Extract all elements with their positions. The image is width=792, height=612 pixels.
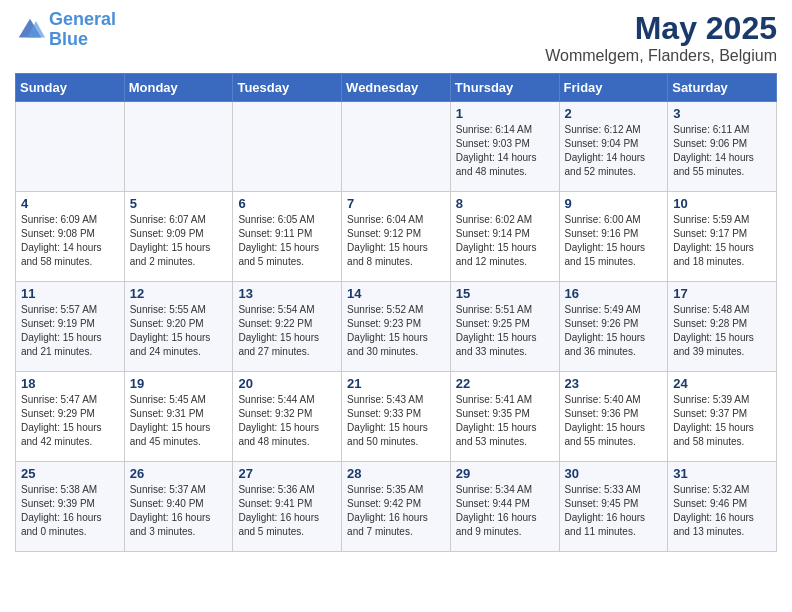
week-row-1: 1Sunrise: 6:14 AMSunset: 9:03 PMDaylight… [16, 102, 777, 192]
day-cell-19: 19Sunrise: 5:45 AMSunset: 9:31 PMDayligh… [124, 372, 233, 462]
weekday-header-wednesday: Wednesday [342, 74, 451, 102]
day-number: 7 [347, 196, 445, 211]
week-row-3: 11Sunrise: 5:57 AMSunset: 9:19 PMDayligh… [16, 282, 777, 372]
calendar-table: SundayMondayTuesdayWednesdayThursdayFrid… [15, 73, 777, 552]
day-number: 27 [238, 466, 336, 481]
day-cell-3: 3Sunrise: 6:11 AMSunset: 9:06 PMDaylight… [668, 102, 777, 192]
weekday-header-friday: Friday [559, 74, 668, 102]
day-info: Sunrise: 5:34 AMSunset: 9:44 PMDaylight:… [456, 483, 554, 539]
day-cell-17: 17Sunrise: 5:48 AMSunset: 9:28 PMDayligh… [668, 282, 777, 372]
empty-cell [124, 102, 233, 192]
weekday-header-row: SundayMondayTuesdayWednesdayThursdayFrid… [16, 74, 777, 102]
logo-blue: Blue [49, 29, 88, 49]
day-cell-31: 31Sunrise: 5:32 AMSunset: 9:46 PMDayligh… [668, 462, 777, 552]
day-info: Sunrise: 6:09 AMSunset: 9:08 PMDaylight:… [21, 213, 119, 269]
header: General Blue May 2025 Wommelgem, Flander… [15, 10, 777, 65]
empty-cell [342, 102, 451, 192]
day-info: Sunrise: 5:44 AMSunset: 9:32 PMDaylight:… [238, 393, 336, 449]
day-cell-9: 9Sunrise: 6:00 AMSunset: 9:16 PMDaylight… [559, 192, 668, 282]
day-cell-25: 25Sunrise: 5:38 AMSunset: 9:39 PMDayligh… [16, 462, 125, 552]
day-info: Sunrise: 5:32 AMSunset: 9:46 PMDaylight:… [673, 483, 771, 539]
empty-cell [233, 102, 342, 192]
day-info: Sunrise: 5:47 AMSunset: 9:29 PMDaylight:… [21, 393, 119, 449]
day-number: 29 [456, 466, 554, 481]
empty-cell [16, 102, 125, 192]
day-cell-7: 7Sunrise: 6:04 AMSunset: 9:12 PMDaylight… [342, 192, 451, 282]
day-info: Sunrise: 6:05 AMSunset: 9:11 PMDaylight:… [238, 213, 336, 269]
day-cell-23: 23Sunrise: 5:40 AMSunset: 9:36 PMDayligh… [559, 372, 668, 462]
day-cell-2: 2Sunrise: 6:12 AMSunset: 9:04 PMDaylight… [559, 102, 668, 192]
weekday-header-sunday: Sunday [16, 74, 125, 102]
day-cell-15: 15Sunrise: 5:51 AMSunset: 9:25 PMDayligh… [450, 282, 559, 372]
day-number: 31 [673, 466, 771, 481]
day-info: Sunrise: 5:54 AMSunset: 9:22 PMDaylight:… [238, 303, 336, 359]
day-number: 23 [565, 376, 663, 391]
day-info: Sunrise: 5:37 AMSunset: 9:40 PMDaylight:… [130, 483, 228, 539]
day-number: 19 [130, 376, 228, 391]
day-number: 26 [130, 466, 228, 481]
day-info: Sunrise: 5:38 AMSunset: 9:39 PMDaylight:… [21, 483, 119, 539]
day-info: Sunrise: 5:51 AMSunset: 9:25 PMDaylight:… [456, 303, 554, 359]
day-cell-21: 21Sunrise: 5:43 AMSunset: 9:33 PMDayligh… [342, 372, 451, 462]
day-number: 16 [565, 286, 663, 301]
day-info: Sunrise: 5:48 AMSunset: 9:28 PMDaylight:… [673, 303, 771, 359]
day-cell-30: 30Sunrise: 5:33 AMSunset: 9:45 PMDayligh… [559, 462, 668, 552]
day-number: 1 [456, 106, 554, 121]
day-info: Sunrise: 6:14 AMSunset: 9:03 PMDaylight:… [456, 123, 554, 179]
day-info: Sunrise: 5:33 AMSunset: 9:45 PMDaylight:… [565, 483, 663, 539]
day-cell-12: 12Sunrise: 5:55 AMSunset: 9:20 PMDayligh… [124, 282, 233, 372]
day-number: 17 [673, 286, 771, 301]
day-cell-24: 24Sunrise: 5:39 AMSunset: 9:37 PMDayligh… [668, 372, 777, 462]
day-cell-6: 6Sunrise: 6:05 AMSunset: 9:11 PMDaylight… [233, 192, 342, 282]
day-info: Sunrise: 5:43 AMSunset: 9:33 PMDaylight:… [347, 393, 445, 449]
day-cell-18: 18Sunrise: 5:47 AMSunset: 9:29 PMDayligh… [16, 372, 125, 462]
day-number: 9 [565, 196, 663, 211]
day-number: 3 [673, 106, 771, 121]
day-cell-29: 29Sunrise: 5:34 AMSunset: 9:44 PMDayligh… [450, 462, 559, 552]
day-cell-5: 5Sunrise: 6:07 AMSunset: 9:09 PMDaylight… [124, 192, 233, 282]
calendar-page: General Blue May 2025 Wommelgem, Flander… [0, 0, 792, 562]
day-cell-11: 11Sunrise: 5:57 AMSunset: 9:19 PMDayligh… [16, 282, 125, 372]
weekday-header-thursday: Thursday [450, 74, 559, 102]
day-info: Sunrise: 5:39 AMSunset: 9:37 PMDaylight:… [673, 393, 771, 449]
day-number: 28 [347, 466, 445, 481]
day-info: Sunrise: 5:45 AMSunset: 9:31 PMDaylight:… [130, 393, 228, 449]
day-cell-20: 20Sunrise: 5:44 AMSunset: 9:32 PMDayligh… [233, 372, 342, 462]
day-number: 2 [565, 106, 663, 121]
day-info: Sunrise: 5:36 AMSunset: 9:41 PMDaylight:… [238, 483, 336, 539]
day-info: Sunrise: 5:55 AMSunset: 9:20 PMDaylight:… [130, 303, 228, 359]
day-cell-8: 8Sunrise: 6:02 AMSunset: 9:14 PMDaylight… [450, 192, 559, 282]
day-cell-26: 26Sunrise: 5:37 AMSunset: 9:40 PMDayligh… [124, 462, 233, 552]
day-info: Sunrise: 6:12 AMSunset: 9:04 PMDaylight:… [565, 123, 663, 179]
day-number: 6 [238, 196, 336, 211]
day-number: 11 [21, 286, 119, 301]
day-number: 20 [238, 376, 336, 391]
day-number: 8 [456, 196, 554, 211]
day-cell-27: 27Sunrise: 5:36 AMSunset: 9:41 PMDayligh… [233, 462, 342, 552]
day-info: Sunrise: 6:07 AMSunset: 9:09 PMDaylight:… [130, 213, 228, 269]
day-cell-1: 1Sunrise: 6:14 AMSunset: 9:03 PMDaylight… [450, 102, 559, 192]
week-row-4: 18Sunrise: 5:47 AMSunset: 9:29 PMDayligh… [16, 372, 777, 462]
day-cell-28: 28Sunrise: 5:35 AMSunset: 9:42 PMDayligh… [342, 462, 451, 552]
logo-general: General [49, 9, 116, 29]
logo-text: General Blue [49, 10, 116, 50]
day-cell-22: 22Sunrise: 5:41 AMSunset: 9:35 PMDayligh… [450, 372, 559, 462]
day-info: Sunrise: 5:40 AMSunset: 9:36 PMDaylight:… [565, 393, 663, 449]
day-number: 5 [130, 196, 228, 211]
day-info: Sunrise: 5:52 AMSunset: 9:23 PMDaylight:… [347, 303, 445, 359]
day-cell-10: 10Sunrise: 5:59 AMSunset: 9:17 PMDayligh… [668, 192, 777, 282]
day-info: Sunrise: 5:35 AMSunset: 9:42 PMDaylight:… [347, 483, 445, 539]
logo-icon [15, 15, 45, 45]
day-number: 25 [21, 466, 119, 481]
day-number: 12 [130, 286, 228, 301]
day-cell-16: 16Sunrise: 5:49 AMSunset: 9:26 PMDayligh… [559, 282, 668, 372]
day-number: 4 [21, 196, 119, 211]
day-info: Sunrise: 6:00 AMSunset: 9:16 PMDaylight:… [565, 213, 663, 269]
weekday-header-monday: Monday [124, 74, 233, 102]
day-info: Sunrise: 6:04 AMSunset: 9:12 PMDaylight:… [347, 213, 445, 269]
day-number: 21 [347, 376, 445, 391]
day-info: Sunrise: 5:41 AMSunset: 9:35 PMDaylight:… [456, 393, 554, 449]
location: Wommelgem, Flanders, Belgium [545, 47, 777, 65]
month-title: May 2025 [545, 10, 777, 47]
day-number: 15 [456, 286, 554, 301]
